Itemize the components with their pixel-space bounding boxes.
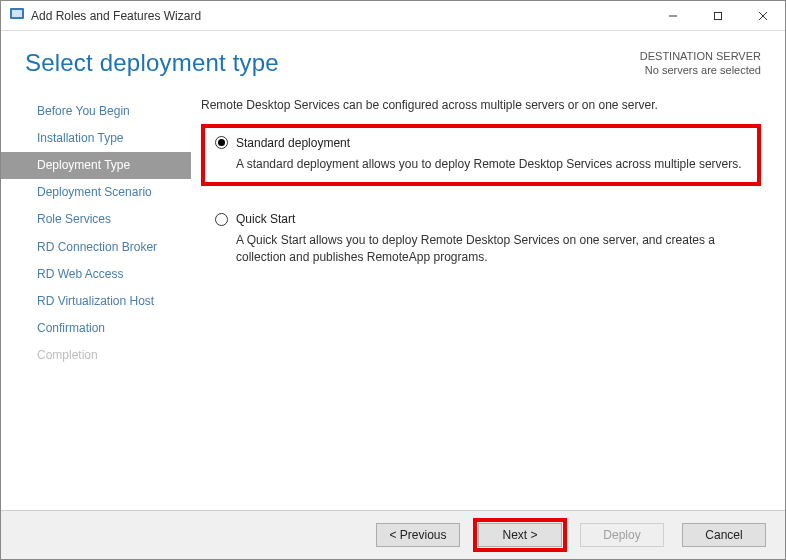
wizard-sidebar: Before You BeginInstallation TypeDeploym… bbox=[1, 88, 191, 510]
sidebar-item-confirmation[interactable]: Confirmation bbox=[1, 315, 191, 342]
option-standard-deployment: Standard deploymentA standard deployment… bbox=[201, 124, 761, 187]
destination-block: DESTINATION SERVER No servers are select… bbox=[640, 49, 761, 78]
window-controls bbox=[650, 1, 785, 30]
radio-standard-deployment[interactable] bbox=[215, 136, 228, 149]
sidebar-item-rd-connection-broker[interactable]: RD Connection Broker bbox=[1, 234, 191, 261]
radio-quick-start[interactable] bbox=[215, 213, 228, 226]
option-label[interactable]: Quick Start bbox=[236, 212, 295, 226]
svg-rect-3 bbox=[714, 12, 721, 19]
footer: < Previous Next > Deploy Cancel bbox=[1, 511, 785, 559]
previous-button[interactable]: < Previous bbox=[376, 523, 460, 547]
sidebar-item-installation-type[interactable]: Installation Type bbox=[1, 125, 191, 152]
titlebar: Add Roles and Features Wizard bbox=[1, 1, 785, 31]
intro-text: Remote Desktop Services can be configure… bbox=[201, 98, 761, 112]
sidebar-item-deployment-type[interactable]: Deployment Type bbox=[1, 152, 191, 179]
option-label[interactable]: Standard deployment bbox=[236, 136, 350, 150]
sidebar-item-deployment-scenario[interactable]: Deployment Scenario bbox=[1, 179, 191, 206]
header: Select deployment type DESTINATION SERVE… bbox=[1, 31, 785, 88]
cancel-button[interactable]: Cancel bbox=[682, 523, 766, 547]
maximize-button[interactable] bbox=[695, 1, 740, 30]
wizard-window: Add Roles and Features Wizard Select dep… bbox=[0, 0, 786, 560]
titlebar-left: Add Roles and Features Wizard bbox=[1, 6, 201, 25]
body: Before You BeginInstallation TypeDeploym… bbox=[1, 88, 785, 511]
sidebar-item-rd-web-access[interactable]: RD Web Access bbox=[1, 261, 191, 288]
svg-rect-1 bbox=[12, 10, 22, 17]
option-quick-start: Quick StartA Quick Start allows you to d… bbox=[201, 200, 761, 280]
next-highlight: Next > bbox=[473, 518, 567, 552]
radio-row-quick-start: Quick Start bbox=[215, 212, 747, 226]
page-title: Select deployment type bbox=[25, 49, 279, 77]
option-description: A Quick Start allows you to deploy Remot… bbox=[236, 232, 747, 266]
radio-row-standard-deployment: Standard deployment bbox=[215, 136, 747, 150]
sidebar-item-rd-virtualization-host[interactable]: RD Virtualization Host bbox=[1, 288, 191, 315]
close-button[interactable] bbox=[740, 1, 785, 30]
destination-heading: DESTINATION SERVER bbox=[640, 49, 761, 63]
deploy-button: Deploy bbox=[580, 523, 664, 547]
next-button[interactable]: Next > bbox=[478, 523, 562, 547]
main-panel: Remote Desktop Services can be configure… bbox=[191, 88, 785, 510]
destination-value: No servers are selected bbox=[640, 63, 761, 77]
sidebar-item-role-services[interactable]: Role Services bbox=[1, 206, 191, 233]
minimize-button[interactable] bbox=[650, 1, 695, 30]
sidebar-item-before-you-begin[interactable]: Before You Begin bbox=[1, 98, 191, 125]
sidebar-item-completion: Completion bbox=[1, 342, 191, 369]
app-icon bbox=[9, 6, 25, 25]
options-group: Standard deploymentA standard deployment… bbox=[201, 124, 761, 280]
window-title: Add Roles and Features Wizard bbox=[31, 9, 201, 23]
option-description: A standard deployment allows you to depl… bbox=[236, 156, 747, 173]
